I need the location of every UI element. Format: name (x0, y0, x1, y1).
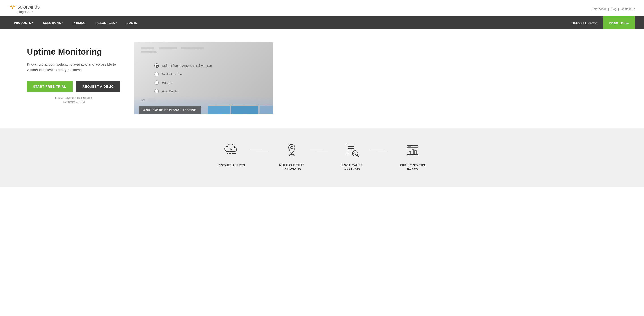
products-arrow-icon: › (32, 22, 33, 24)
svg-point-5 (291, 146, 293, 148)
divider1: | (608, 7, 610, 11)
hero-note: First 30 days free Trial includes Synthe… (27, 96, 121, 104)
hero-title: Uptime Monitoring (27, 47, 121, 57)
feature-root-cause-analysis: ROOT CAUSEANALYSIS (328, 141, 377, 172)
nav-free-trial-button[interactable]: FREE TRIAL (603, 16, 635, 29)
instant-alerts-icon (222, 141, 240, 159)
radio-empty-icon (154, 72, 159, 76)
solarwinds-icon (9, 5, 16, 10)
logo-pingdom-text: pingdom™ (18, 10, 34, 14)
multiple-test-locations-icon (283, 141, 301, 159)
blue-button-1 (208, 106, 230, 114)
nav-products[interactable]: PRODUCTS › (9, 16, 38, 29)
divider-2 (316, 150, 328, 151)
root-cause-analysis-icon (344, 142, 360, 158)
svg-point-1 (231, 151, 231, 151)
hero-image: Default (North America and Europe) North… (134, 42, 273, 114)
status-pages-icon (405, 142, 420, 158)
feature-public-status-pages: PUBLIC STATUSPAGES (388, 141, 437, 172)
hero-description: Knowing that your website is available a… (27, 62, 121, 73)
multiple-test-locations-label: MULTIPLE TESTLOCATIONS (279, 163, 304, 172)
top-links: SolarWinds | Blog | Contact Us (592, 7, 635, 11)
nav-left: PRODUCTS › SOLUTIONS › PRICING RESOURCES… (9, 16, 566, 29)
blue-button-2 (231, 106, 258, 114)
solarwinds-link[interactable]: SolarWinds (592, 7, 606, 11)
logo-solarwinds-text: solarwinds (18, 4, 40, 10)
solutions-arrow-icon: › (62, 22, 63, 24)
instant-alerts-label: INSTANT ALERTS (218, 163, 245, 168)
root-cause-analysis-label: ROOT CAUSEANALYSIS (342, 163, 363, 172)
radio-item-north-america: North America (154, 72, 266, 76)
radio-item-default: Default (North America and Europe) (154, 63, 266, 68)
svg-rect-18 (410, 146, 412, 147)
feature-instant-alerts: INSTANT ALERTS (207, 141, 256, 168)
hero-buttons: START FREE TRIAL REQUEST A DEMO (27, 81, 121, 92)
feature-multiple-test-locations: MULTIPLE TESTLOCATIONS (267, 141, 316, 172)
radio-item-europe: Europe (154, 80, 266, 85)
nav-right: REQUEST DEMO FREE TRIAL (566, 16, 635, 29)
screenshot-blue-buttons (208, 106, 273, 114)
radio-item-asia-pacific: ☞ Asia Pacific (154, 89, 266, 93)
nav-login[interactable]: LOG IN (122, 16, 142, 29)
radio-group: Default (North America and Europe) North… (154, 63, 266, 93)
divider2: | (618, 7, 620, 11)
pin-location-icon (284, 142, 300, 158)
hero-content: Uptime Monitoring Knowing that your webs… (27, 42, 121, 104)
nav-request-demo-button[interactable]: REQUEST DEMO (566, 16, 603, 29)
main-nav: PRODUCTS › SOLUTIONS › PRICING RESOURCES… (0, 16, 644, 29)
radio-selected-icon (154, 63, 159, 68)
nav-pricing[interactable]: PRICING (68, 16, 91, 29)
nav-resources[interactable]: RESOURCES › (91, 16, 122, 29)
divider-3 (377, 150, 388, 151)
alert-cloud-icon (224, 142, 239, 158)
start-free-trial-button[interactable]: START FREE TRIAL (27, 81, 72, 92)
contact-us-link[interactable]: Contact Us (621, 7, 635, 11)
radio-cursor-icon: ☞ (154, 89, 159, 93)
svg-rect-15 (412, 150, 414, 155)
request-demo-button[interactable]: REQUEST A DEMO (76, 81, 120, 92)
worldwide-regional-testing-badge: WORLDWIDE REGIONAL TESTING (139, 106, 201, 114)
root-cause-icon (343, 141, 361, 159)
blog-link[interactable]: Blog (611, 7, 616, 11)
blue-button-3 (260, 106, 273, 114)
svg-rect-17 (408, 146, 410, 147)
divider-1 (256, 150, 267, 151)
radio-empty-icon-2 (154, 80, 159, 85)
public-status-pages-icon (404, 141, 422, 159)
hero-screenshot: Default (North America and Europe) North… (134, 42, 273, 114)
logo-area: solarwinds pingdom™ (9, 4, 40, 14)
hero-note-line1: First 30 days free Trial includes (27, 96, 121, 100)
top-bar: solarwinds pingdom™ SolarWinds | Blog | … (0, 0, 644, 16)
nav-solutions[interactable]: SOLUTIONS › (38, 16, 68, 29)
public-status-pages-label: PUBLIC STATUSPAGES (400, 163, 426, 172)
hero-note-line2: Synthetics & RUM (27, 100, 121, 104)
features-section: INSTANT ALERTS MULTIPLE TESTLOCATIONS (0, 127, 644, 187)
logo[interactable]: solarwinds (9, 4, 40, 10)
hero-section: Uptime Monitoring Knowing that your webs… (0, 29, 644, 127)
svg-line-11 (357, 155, 358, 157)
resources-arrow-icon: › (116, 22, 117, 24)
